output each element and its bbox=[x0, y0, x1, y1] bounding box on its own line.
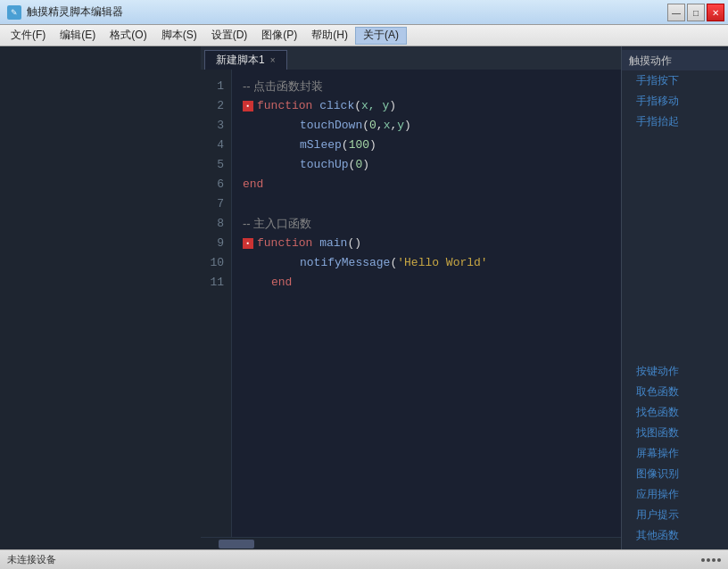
tab-close-btn[interactable]: × bbox=[270, 55, 276, 65]
sidebar-spacer bbox=[622, 136, 728, 358]
code-line-9: ▪ function main() bbox=[243, 234, 621, 253]
menu-edit[interactable]: 编辑(E) bbox=[53, 27, 103, 45]
status-dot-2 bbox=[707, 558, 710, 562]
sidebar-link-finger-down[interactable]: 手指按下 bbox=[622, 70, 728, 91]
menu-format[interactable]: 格式(O) bbox=[103, 27, 153, 45]
code-line-2: ▪ function click(x, y) bbox=[243, 96, 621, 116]
sidebar-link-findimage[interactable]: 找图函数 bbox=[622, 423, 728, 443]
sidebar-link-keyaction[interactable]: 按键动作 bbox=[622, 361, 728, 382]
status-text: 未连接设备 bbox=[7, 553, 56, 566]
sidebar-link-imagerecog[interactable]: 图像识别 bbox=[622, 464, 728, 484]
code-line-7 bbox=[243, 194, 621, 214]
code-line-4: mSleep(100) bbox=[243, 136, 621, 155]
touch-section: 触摸动作 手指按下 手指移动 手指抬起 bbox=[622, 46, 728, 136]
title-text: 触摸精灵脚本编辑器 bbox=[27, 4, 721, 20]
menu-settings[interactable]: 设置(D) bbox=[204, 27, 255, 45]
code-line-6: end bbox=[243, 175, 621, 194]
menu-script[interactable]: 脚本(S) bbox=[154, 27, 204, 45]
menu-help[interactable]: 帮助(H) bbox=[304, 27, 355, 45]
tab-label: 新建脚本1 bbox=[216, 53, 265, 68]
window-controls: — □ ✕ bbox=[667, 4, 724, 21]
sidebar-link-finger-move[interactable]: 手指移动 bbox=[622, 91, 728, 111]
status-dots bbox=[701, 558, 721, 562]
touch-section-title: 触摸动作 bbox=[622, 50, 728, 70]
code-editor[interactable]: 1 2 3 4 5 6 7 8 9 10 11 -- 点击函数封装 ▪ bbox=[201, 70, 621, 537]
collapse-btn-9[interactable]: ▪ bbox=[243, 238, 253, 249]
status-dot-4 bbox=[717, 558, 721, 562]
status-dot-3 bbox=[712, 558, 716, 562]
code-line-5: touchUp(0) bbox=[243, 155, 621, 175]
app-icon: ✎ bbox=[7, 5, 21, 20]
right-sidebar: 触摸动作 手指按下 手指移动 手指抬起 按键动作 取色函数 找色函数 找图函数 … bbox=[621, 46, 728, 549]
status-bar: 未连接设备 bbox=[0, 549, 728, 569]
sidebar-link-finger-up[interactable]: 手指抬起 bbox=[622, 111, 728, 132]
menu-bar: 文件(F) 编辑(E) 格式(O) 脚本(S) 设置(D) 图像(P) 帮助(H… bbox=[0, 25, 728, 46]
sidebar-link-otherfn[interactable]: 其他函数 bbox=[622, 525, 728, 546]
collapse-btn-2[interactable]: ▪ bbox=[243, 101, 253, 111]
code-line-11: end bbox=[243, 273, 621, 293]
editor-area: 新建脚本1 × 1 2 3 4 5 6 7 8 9 10 11 bbox=[201, 46, 621, 549]
maximize-button[interactable]: □ bbox=[687, 4, 705, 21]
h-scrollbar-thumb[interactable] bbox=[219, 540, 254, 548]
h-scrollbar[interactable] bbox=[201, 537, 621, 549]
sidebar-link-findcolor[interactable]: 找色函数 bbox=[622, 402, 728, 423]
menu-about[interactable]: 关于(A) bbox=[355, 27, 407, 45]
sidebar-link-appop[interactable]: 应用操作 bbox=[622, 484, 728, 505]
sidebar-link-getcolor[interactable]: 取色函数 bbox=[622, 382, 728, 402]
code-line-1: -- 点击函数封装 bbox=[243, 77, 621, 96]
sidebar-link-usertip[interactable]: 用户提示 bbox=[622, 505, 728, 525]
title-bar: ✎ 触摸精灵脚本编辑器 — □ ✕ bbox=[0, 0, 728, 25]
code-line-3: touchDown(0, x, y) bbox=[243, 116, 621, 136]
close-button[interactable]: ✕ bbox=[707, 4, 724, 21]
sidebar-link-screen[interactable]: 屏幕操作 bbox=[622, 443, 728, 464]
code-content[interactable]: -- 点击函数封装 ▪ function click(x, y) touchDo… bbox=[232, 70, 621, 537]
menu-file[interactable]: 文件(F) bbox=[4, 27, 53, 45]
line-numbers: 1 2 3 4 5 6 7 8 9 10 11 bbox=[201, 70, 232, 537]
status-dot-1 bbox=[701, 558, 705, 562]
minimize-button[interactable]: — bbox=[667, 4, 685, 21]
main-area: 新建脚本1 × 1 2 3 4 5 6 7 8 9 10 11 bbox=[0, 46, 728, 549]
other-sections: 按键动作 取色函数 找色函数 找图函数 屏幕操作 图像识别 应用操作 用户提示 … bbox=[622, 358, 728, 549]
left-sidebar bbox=[0, 46, 201, 549]
tab-script1[interactable]: 新建脚本1 × bbox=[204, 50, 287, 70]
tab-bar: 新建脚本1 × bbox=[201, 46, 621, 70]
menu-image[interactable]: 图像(P) bbox=[254, 27, 304, 45]
code-line-10: notifyMessage('Hello World' bbox=[243, 253, 621, 273]
code-line-8: -- 主入口函数 bbox=[243, 214, 621, 234]
